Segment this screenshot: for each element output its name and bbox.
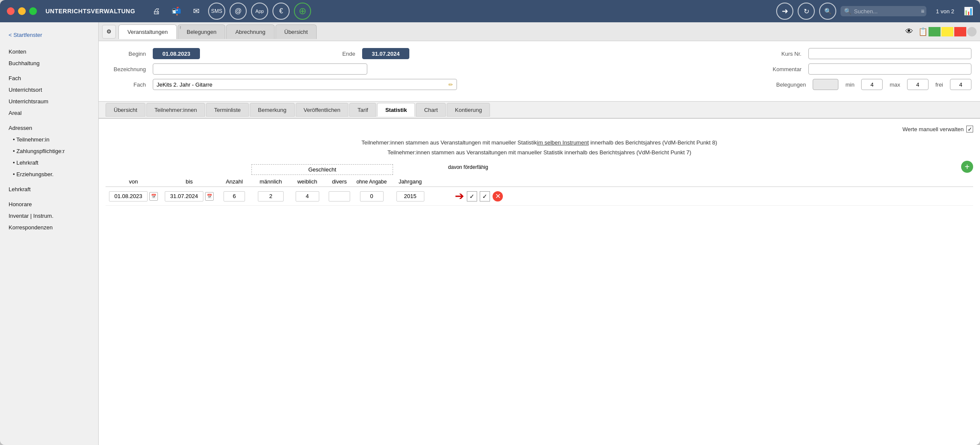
sms-icon[interactable]: SMS	[208, 3, 225, 20]
anzahl-input[interactable]	[224, 191, 245, 201]
app-icon[interactable]: App	[251, 3, 268, 20]
sub-tab-teilnehmer[interactable]: Teilnehmer:innen	[146, 103, 205, 117]
sub-tab-kontierung[interactable]: Kontierung	[447, 103, 490, 117]
sidebar-item-buchhaltung[interactable]: Buchhaltung	[0, 57, 98, 69]
add-row-button[interactable]: +	[961, 161, 973, 173]
col-header-ohne-angabe: ohne Angabe	[354, 179, 389, 185]
sidebar-item-konten[interactable]: Konten	[0, 46, 98, 57]
ohne-input[interactable]	[360, 191, 384, 201]
tab-abrechnung[interactable]: Abrechnung	[226, 24, 274, 39]
frei-label: frei	[935, 81, 943, 88]
fach-value: JeKits 2. Jahr - Gitarre ✏	[153, 79, 457, 90]
refresh-icon[interactable]: ↻	[798, 3, 815, 20]
sub-tab-veroeffentlichen[interactable]: Veröffentlichen	[296, 103, 349, 117]
bis-calendar-icon[interactable]: 📅	[205, 192, 214, 201]
belegungen-input[interactable]	[813, 79, 838, 90]
min-input[interactable]	[861, 79, 883, 90]
row-maennlich	[251, 191, 290, 201]
at-icon[interactable]: @	[230, 3, 247, 20]
status-green[interactable]	[929, 27, 941, 36]
main-tab-bar: ⚙ Veranstaltungen Belegungen f Abrechnun…	[99, 22, 980, 41]
info-text-1: Teilnehmer:innen stammen aus Veranstaltu…	[106, 139, 973, 146]
min-label: min	[845, 81, 854, 88]
beginn-input[interactable]	[153, 48, 200, 59]
sidebar-item-teilnehmer[interactable]: • Teilnehmer:in	[0, 134, 98, 145]
row-weiblich	[290, 191, 324, 201]
sidebar-item-lehrkraft-addr[interactable]: • Lehrkraft	[0, 157, 98, 168]
sidebar-back[interactable]: < Startfenster	[0, 29, 98, 41]
maennlich-input[interactable]	[258, 191, 284, 201]
beginn-label: Beginn	[107, 51, 146, 57]
maximize-button[interactable]	[29, 7, 37, 15]
sidebar-item-areal[interactable]: Areal	[0, 107, 98, 119]
arrow-right-icon[interactable]: ➜	[776, 3, 793, 20]
sidebar-item-adressen[interactable]: Adressen	[0, 122, 98, 134]
sub-tab-terminliste[interactable]: Terminliste	[206, 103, 249, 117]
info-text-2: Teilnehmer:innen stammen aus Veranstaltu…	[106, 149, 973, 156]
sidebar-item-unterrichtsort[interactable]: Unterrichtsort	[0, 84, 98, 96]
sidebar-item-lehrkraft[interactable]: Lehrkraft	[0, 183, 98, 195]
search-input[interactable]	[854, 8, 918, 15]
sidebar-item-korrespondenzen[interactable]: Korrespondenzen	[0, 222, 98, 233]
kurs-input[interactable]	[808, 48, 971, 59]
sub-tab-uebersicht[interactable]: Übersicht	[106, 103, 145, 117]
app-title: UNTERRICHTSVERWALTUNG	[45, 8, 135, 15]
mail-icon[interactable]: ✉	[188, 3, 204, 19]
weiblich-input[interactable]	[296, 191, 319, 201]
von-calendar-icon[interactable]: 📅	[149, 192, 158, 201]
col-header-weiblich: weiblich	[290, 178, 324, 185]
search-toolbar-icon[interactable]: 🔍	[819, 3, 836, 20]
bezeichnung-label: Bezeichnung	[107, 66, 146, 72]
kurs-label: Kurs Nr.	[763, 51, 802, 57]
fach-label: Fach	[107, 81, 146, 88]
sub-tab-bar: Übersicht Teilnehmer:innen Terminliste B…	[99, 102, 980, 119]
minimize-button[interactable]	[18, 7, 26, 15]
euro-icon[interactable]: €	[272, 3, 290, 20]
delete-row-button[interactable]: ✕	[493, 191, 503, 201]
sub-tab-bemerkung[interactable]: Bemerkung	[250, 103, 294, 117]
eye-icon[interactable]: 👁	[905, 27, 913, 36]
note-icon[interactable]: 📋	[918, 27, 928, 36]
list-icon: ≡	[921, 8, 924, 15]
sub-tab-tarif[interactable]: Tarif	[349, 103, 376, 117]
check-btn-1[interactable]: ✓	[467, 191, 477, 201]
edit-pencil-icon[interactable]: ✏	[448, 81, 453, 88]
add-icon[interactable]: ⊕	[294, 3, 311, 20]
row-ohne-angabe	[354, 191, 389, 201]
status-yellow[interactable]	[941, 27, 953, 36]
geschlecht-header: Geschlecht	[251, 164, 393, 175]
row-divers	[324, 191, 354, 201]
gear-button[interactable]: ⚙	[102, 25, 116, 39]
kommentar-input[interactable]	[808, 63, 971, 75]
frei-input[interactable]	[950, 79, 971, 90]
sidebar-item-inventar[interactable]: Inventar | Instrum.	[0, 210, 98, 222]
print-icon[interactable]: 🖨	[149, 3, 164, 19]
jahrgang-input[interactable]	[396, 191, 424, 201]
sidebar-item-fach[interactable]: Fach	[0, 72, 98, 84]
werte-checkbox[interactable]: ✓	[966, 126, 973, 132]
max-label: max	[889, 81, 900, 88]
sub-tab-chart[interactable]: Chart	[416, 103, 446, 117]
max-input[interactable]	[907, 79, 929, 90]
sidebar-item-unterrichtsraum[interactable]: Unterrichtsraum	[0, 96, 98, 107]
status-red[interactable]	[954, 27, 966, 36]
von-input[interactable]	[109, 191, 148, 201]
sidebar-item-erziehungsber[interactable]: • Erziehungsber.	[0, 168, 98, 180]
close-button[interactable]	[7, 7, 15, 15]
tab-belegungen[interactable]: Belegungen f	[178, 24, 225, 39]
row-bis: 📅	[161, 191, 217, 201]
check-btn-2[interactable]: ✓	[480, 191, 490, 201]
sidebar-item-honorare[interactable]: Honorare	[0, 198, 98, 210]
tab-veranstaltungen[interactable]: Veranstaltungen	[118, 24, 177, 39]
status-gray[interactable]	[967, 27, 977, 36]
sub-tab-statistik[interactable]: Statistik	[377, 103, 415, 117]
mail-open-icon[interactable]: 📬	[169, 3, 184, 19]
bezeichnung-input[interactable]	[153, 63, 367, 75]
sidebar-item-zahlungspflichtige[interactable]: • Zahlungspflichtige:r	[0, 145, 98, 157]
col-header-divers: divers	[324, 178, 354, 185]
tab-uebersicht[interactable]: Übersicht	[275, 24, 317, 39]
bis-input[interactable]	[165, 191, 203, 201]
ende-input[interactable]	[362, 48, 409, 59]
divers-input[interactable]	[329, 191, 350, 201]
bar-chart-icon[interactable]: 📊	[964, 6, 973, 16]
